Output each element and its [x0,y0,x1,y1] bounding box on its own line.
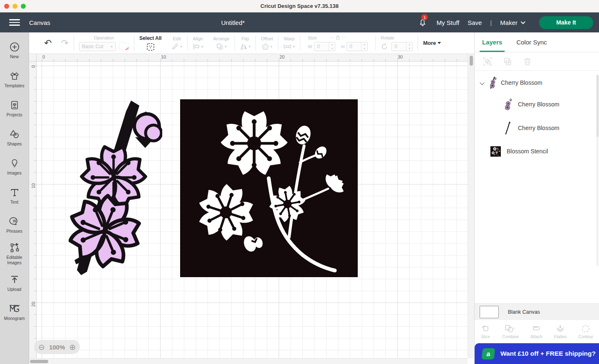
window-titlebar: Cricut Design Space v7.35.138 [0,0,599,12]
flip-group[interactable]: Flip ▾ [235,32,256,54]
sidebar-item-editable-images[interactable]: Editable Images [0,239,29,268]
align-group[interactable]: Align ▾ [188,32,208,54]
align-icon [193,43,200,50]
step-up-icon[interactable]: ▴ [406,42,412,47]
layer-row[interactable]: Cherry Blossom [475,92,599,116]
contour-icon [581,324,591,333]
sidebar-item-monogram[interactable]: Monogram [0,298,29,327]
lock-aspect-button[interactable] [330,35,345,40]
horizontal-ruler: 0 10 20 30 [37,54,468,61]
panel-tabs: Layers Color Sync [475,32,599,52]
sidebar-item-text[interactable]: Text [0,181,29,210]
select-all-group[interactable]: Select All [134,32,167,54]
canvas-grid[interactable] [37,61,468,358]
redo-icon[interactable]: ↷ [61,38,68,49]
hamburger-menu-icon[interactable] [9,17,20,27]
panel-scrollbar[interactable] [597,75,599,266]
attach-button[interactable]: Attach [530,324,542,339]
machine-selector[interactable]: Maker [500,19,524,26]
combine-icon [505,324,516,333]
sidebar-item-templates[interactable]: Templates [0,65,29,94]
height-stepper: ▴ ▾ [361,42,367,51]
my-stuff-link[interactable]: My Stuff [436,19,459,26]
width-input[interactable] [314,42,329,51]
contour-button[interactable]: Contour [578,324,593,339]
blossom-stencil-image[interactable] [180,99,358,277]
zoom-control: ⊖ 100% ⊕ [34,340,80,354]
step-up-icon[interactable]: ▴ [361,42,367,47]
rotate-icon[interactable] [381,43,388,50]
step-down-icon[interactable]: ▾ [406,47,412,51]
attach-paperclip-icon [531,324,542,333]
sidebar-item-phrases[interactable]: Phrases [0,210,29,239]
layer-thumbnail [490,146,501,157]
operation-select[interactable]: Basic Cut ▾ [79,42,116,51]
sidebar-item-new[interactable]: New [0,36,29,65]
sidebar-item-upload[interactable]: Upload [0,268,29,298]
offset-icon [262,43,269,50]
zoom-in-button[interactable]: ⊕ [69,343,76,351]
tab-color-sync[interactable]: Color Sync [516,32,547,52]
panel-scroll-thumb[interactable] [597,75,599,137]
horizontal-scroll-thumb[interactable] [30,360,48,363]
chevron-down-icon[interactable] [480,80,484,85]
blank-canvas-row[interactable]: Blank Canvas [475,303,599,320]
rotate-input[interactable] [392,42,406,51]
canvas-menu-label[interactable]: Canvas [29,19,50,26]
edit-toolbar: ↶ ↷ Operation Basic Cut ▾ Select All [29,32,474,54]
step-down-icon[interactable]: ▾ [329,47,335,51]
pencil-icon [171,43,179,50]
zoom-level: 100% [49,344,65,351]
lightbulb-icon [9,158,20,169]
layer-thumbnail [505,98,512,111]
offset-group[interactable]: Offset ▾ [256,32,278,54]
layer-row[interactable]: Blossom Stencil [475,140,599,163]
canvas-workspace: 0 10 20 30 0 10 20 [29,54,474,364]
lock-icon [335,35,340,40]
blank-canvas-swatch[interactable] [480,306,499,318]
delete-trash-icon[interactable] [523,57,532,66]
text-T-icon [9,187,20,198]
make-it-button[interactable]: Make It [539,16,593,29]
slice-button[interactable]: Slice [480,324,490,339]
promo-text: Want £10 off + FREE shipping? [500,350,596,357]
arrange-group[interactable]: Arrange ▾ [208,32,235,54]
notifications-button[interactable]: 1 [418,17,428,27]
height-input[interactable] [347,42,361,51]
canvas-horizontal-scrollbar[interactable] [29,358,468,364]
warp-group[interactable]: Warp ▾ [278,32,300,54]
slice-icon [480,324,490,333]
tab-layers[interactable]: Layers [482,32,502,52]
cherry-blossom-purple-image[interactable] [69,99,162,276]
warp-icon [283,43,292,50]
save-link[interactable]: Save [468,19,482,26]
more-button[interactable]: More [423,40,441,46]
edit-group[interactable]: Edit ▾ [166,32,187,54]
ruler-corner [29,54,37,61]
group-icon[interactable] [483,57,492,66]
undo-icon[interactable]: ↶ [44,38,52,49]
sidebar-item-images[interactable]: Images [0,152,29,181]
operation-group: Operation Basic Cut ▾ [74,32,134,54]
zoom-out-button[interactable]: ⊖ [38,343,45,351]
sidebar-item-projects[interactable]: Projects [0,94,29,123]
layer-row-group[interactable]: Cherry Blossom [475,73,599,92]
speech-bubble-icon [9,216,20,227]
step-up-icon[interactable]: ▴ [329,42,335,47]
arrange-layers-icon [216,43,223,50]
document-title[interactable]: Untitled* [200,19,266,26]
sidebar-item-shapes[interactable]: Shapes [0,123,29,152]
width-stepper: ▴ ▾ [329,42,335,51]
promo-banner[interactable]: a Want £10 off + FREE shipping? [475,343,599,364]
step-down-icon[interactable]: ▾ [361,47,367,51]
layer-row[interactable]: Cherry Blossom [475,116,599,140]
flatten-button[interactable]: Flatten [554,324,567,339]
vertical-scroll-thumb[interactable] [470,56,473,66]
combine-button[interactable]: Combine [502,324,519,339]
tshirt-icon [9,71,20,81]
chevron-down-icon [521,20,525,24]
caret-down-icon: ▾ [270,44,272,49]
canvas-vertical-scrollbar[interactable] [468,54,474,358]
duplicate-icon[interactable] [503,57,512,66]
color-swatch[interactable] [119,43,129,50]
